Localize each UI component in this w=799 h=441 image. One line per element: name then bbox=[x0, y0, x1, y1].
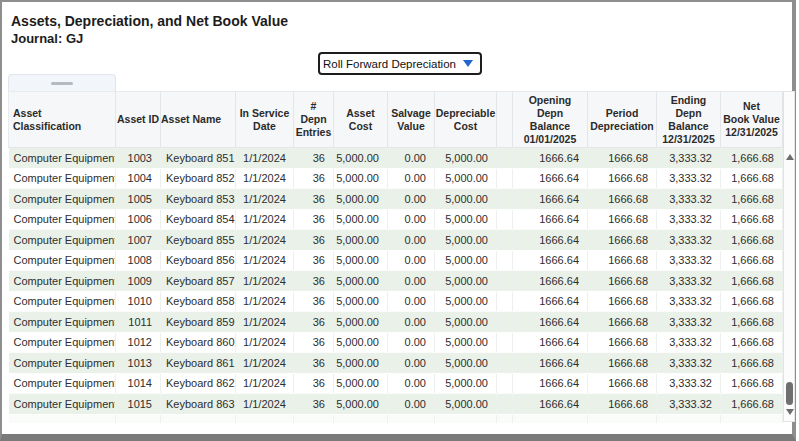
scroll-down-icon[interactable] bbox=[786, 409, 794, 415]
table-cell: 36 bbox=[294, 230, 334, 251]
table-cell: 5,000.00 bbox=[435, 373, 497, 394]
table-cell: 5,000.00 bbox=[334, 394, 388, 415]
table-cell: Computer Equipment bbox=[9, 148, 116, 169]
table-cell: 36 bbox=[294, 250, 334, 271]
table-cell: Keyboard 860 bbox=[161, 332, 236, 353]
table-cell: 5,000.00 bbox=[334, 250, 388, 271]
table-cell: 1666.68 bbox=[588, 168, 657, 189]
scrollbar-thumb[interactable] bbox=[786, 382, 793, 405]
table-cell bbox=[9, 414, 116, 423]
column-header: Ending Depn Balance 12/31/2025 bbox=[657, 92, 721, 148]
table-cell: 36 bbox=[294, 271, 334, 292]
table-cell: 36 bbox=[294, 394, 334, 415]
table-cell: 0.00 bbox=[388, 394, 435, 415]
table-cell: 5,000.00 bbox=[435, 291, 497, 312]
table-cell: 0.00 bbox=[388, 230, 435, 251]
table-cell: 5,000.00 bbox=[334, 168, 388, 189]
table-cell: 5,000.00 bbox=[334, 230, 388, 251]
table-cell: 1,666.68 bbox=[721, 394, 783, 415]
column-header: Depreciable Cost bbox=[435, 92, 497, 148]
table-cell: 3,333.32 bbox=[657, 168, 721, 189]
table-cell: 1666.68 bbox=[588, 332, 657, 353]
scroll-up-icon[interactable] bbox=[786, 154, 794, 160]
table-cell: 1/1/2024 bbox=[236, 332, 294, 353]
table-cell: 1015 bbox=[116, 394, 161, 415]
table-row: Computer Equipment1009Keyboard 8571/1/20… bbox=[9, 271, 783, 292]
table-cell: 1/1/2024 bbox=[236, 312, 294, 333]
table-cell: 1/1/2024 bbox=[236, 250, 294, 271]
table-cell: 1,666.68 bbox=[721, 209, 783, 230]
table-cell: 1666.68 bbox=[588, 148, 657, 169]
table-row: Computer Equipment1010Keyboard 8581/1/20… bbox=[9, 291, 783, 312]
table-cell: Keyboard 855 bbox=[161, 230, 236, 251]
table-cell bbox=[497, 271, 513, 292]
table-cell: 1009 bbox=[116, 271, 161, 292]
table-cell: 1666.64 bbox=[513, 250, 588, 271]
vertical-scrollbar[interactable] bbox=[783, 91, 795, 422]
table-cell bbox=[116, 414, 161, 423]
table-row: Computer Equipment1003Keyboard 8511/1/20… bbox=[9, 148, 783, 169]
table-cell: 1666.68 bbox=[588, 189, 657, 210]
table-row: Computer Equipment1004Keyboard 8521/1/20… bbox=[9, 168, 783, 189]
column-grip-tab[interactable] bbox=[8, 74, 116, 91]
table-cell: 1666.64 bbox=[513, 209, 588, 230]
table-cell: 0.00 bbox=[388, 250, 435, 271]
table-cell: 5,000.00 bbox=[435, 168, 497, 189]
table-row: Computer Equipment1014Keyboard 8621/1/20… bbox=[9, 373, 783, 394]
table-cell: 1010 bbox=[116, 291, 161, 312]
journal-label: Journal: GJ bbox=[11, 31, 83, 46]
report-view-dropdown-value: Roll Forward Depreciation bbox=[320, 58, 463, 70]
table-cell: 3,333.32 bbox=[657, 332, 721, 353]
table-cell: 1666.68 bbox=[588, 312, 657, 333]
table-cell: Computer Equipment bbox=[9, 230, 116, 251]
table-cell: 5,000.00 bbox=[435, 189, 497, 210]
table-cell: 36 bbox=[294, 332, 334, 353]
table-cell bbox=[334, 414, 388, 423]
table-row: Computer Equipment1011Keyboard 8591/1/20… bbox=[9, 312, 783, 333]
table-cell: Computer Equipment bbox=[9, 168, 116, 189]
table-cell: 0.00 bbox=[388, 148, 435, 169]
table-cell: 1666.68 bbox=[588, 209, 657, 230]
table-cell: 0.00 bbox=[388, 291, 435, 312]
table-cell: 1/1/2024 bbox=[236, 168, 294, 189]
column-header: Period Depreciation bbox=[588, 92, 657, 148]
table-cell: 0.00 bbox=[388, 332, 435, 353]
table-cell bbox=[497, 209, 513, 230]
table-row: Computer Equipment1005Keyboard 8531/1/20… bbox=[9, 189, 783, 210]
table-cell: 1014 bbox=[116, 373, 161, 394]
table-cell bbox=[388, 414, 435, 423]
table-cell: 1666.68 bbox=[588, 394, 657, 415]
table-cell: 1013 bbox=[116, 353, 161, 374]
table-cell bbox=[497, 312, 513, 333]
table-cell: 1,666.68 bbox=[721, 250, 783, 271]
table-cell bbox=[497, 353, 513, 374]
table-cell: 5,000.00 bbox=[334, 271, 388, 292]
table-cell: 1,666.68 bbox=[721, 148, 783, 169]
table-cell: 1666.68 bbox=[588, 230, 657, 251]
table-cell bbox=[497, 168, 513, 189]
table-cell: 36 bbox=[294, 189, 334, 210]
drag-handle-icon bbox=[51, 82, 73, 85]
table-cell: 3,333.32 bbox=[657, 373, 721, 394]
table-cell: 1666.64 bbox=[513, 394, 588, 415]
table-cell: 3,333.32 bbox=[657, 209, 721, 230]
table-cell: Computer Equipment bbox=[9, 189, 116, 210]
table-cell: Computer Equipment bbox=[9, 394, 116, 415]
table-cell: Computer Equipment bbox=[9, 209, 116, 230]
table-cell: Computer Equipment bbox=[9, 312, 116, 333]
table-cell: 5,000.00 bbox=[334, 209, 388, 230]
table-cell: 5,000.00 bbox=[435, 332, 497, 353]
table-cell: 1,666.68 bbox=[721, 271, 783, 292]
table-cell: 1004 bbox=[116, 168, 161, 189]
table-cell: 5,000.00 bbox=[334, 332, 388, 353]
table-cell: 1/1/2024 bbox=[236, 209, 294, 230]
table-row: Computer Equipment1008Keyboard 8561/1/20… bbox=[9, 250, 783, 271]
table-cell bbox=[657, 414, 721, 423]
table-cell bbox=[497, 414, 513, 423]
table-cell: 5,000.00 bbox=[334, 373, 388, 394]
column-header: Asset ID bbox=[116, 92, 161, 148]
table-cell bbox=[513, 414, 588, 423]
table-cell: Keyboard 861 bbox=[161, 353, 236, 374]
table-cell: 36 bbox=[294, 373, 334, 394]
report-view-dropdown[interactable]: Roll Forward Depreciation bbox=[318, 52, 482, 75]
